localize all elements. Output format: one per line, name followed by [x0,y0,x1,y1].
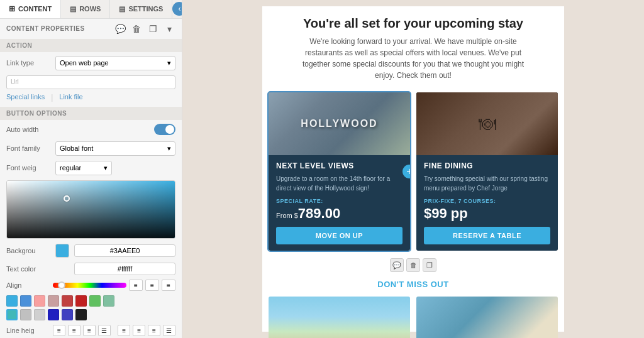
url-input-field[interactable]: Url [6,75,175,89]
font-family-select[interactable]: Global font ▾ [55,141,175,156]
email-subtext: We're looking forward to your arrival. W… [300,36,526,81]
add-element-button[interactable]: + [402,165,410,178]
more-icon-btn[interactable]: ▾ [163,23,175,35]
tab-rows[interactable]: ▤ ROWS [61,0,110,18]
bottom-card-2[interactable] [416,297,558,338]
ft-delete-button[interactable]: 🗑 [406,258,420,272]
align-left-button[interactable]: ≡ [129,280,143,291]
auto-width-row: Auto width [0,120,182,139]
text-format-left-button[interactable]: ≡ [118,325,130,336]
card-2-price-value: $99 pp [424,205,468,221]
bg-color-swatch[interactable] [55,244,69,258]
text-align-left-button[interactable]: ≡ [53,325,65,336]
card-1[interactable]: NEXT LEVEL VIEWS Upgrade to a room on th… [269,92,410,251]
auto-width-toggle[interactable] [154,124,175,135]
floating-toolbar: 💬 🗑 ❐ [262,256,564,276]
text-color-label: Text color [6,265,50,273]
preset-color-13[interactable] [62,309,73,320]
font-weight-row: Font weig regular ▾ [0,158,182,178]
card-1-image [269,92,410,155]
links-row: Special links | Link file [0,92,182,107]
ft-copy-button[interactable]: ❐ [423,258,436,272]
link-type-select[interactable]: Open web page ▾ [55,56,175,70]
preset-color-14[interactable] [75,309,87,320]
preset-color-2[interactable] [20,295,31,307]
text-align-right-button[interactable]: ≡ [83,325,96,336]
color-gradient[interactable] [7,181,175,239]
email-heading: You're all set for your upcoming stay [275,16,552,31]
card-1-body: NEXT LEVEL VIEWS Upgrade to a room on th… [269,155,410,251]
duplicate-icon-btn[interactable]: ❐ [147,23,159,35]
card-1-button[interactable]: MOVE ON UP [276,227,402,244]
link-type-row: Link type Open web page ▾ [0,52,182,74]
card-1-rate-label: SPECIAL RATE: [276,198,402,204]
top-tabs: ⊞ CONTENT ▤ ROWS ▤ SETTINGS ‹ 🖥 📱 [0,0,182,19]
card-1-price: From $789.00 [276,205,402,222]
url-input-row: Url [0,74,182,92]
dont-miss-out-link[interactable]: DON'T MISS OUT [377,280,448,289]
chevron-down-icon: ▾ [167,59,171,67]
email-content: You're all set for your upcoming stay We… [262,6,564,332]
special-links-link[interactable]: Special links [6,93,45,102]
text-format-justify-button[interactable]: ☰ [163,325,175,336]
rows-icon: ▤ [70,5,76,13]
preset-color-6[interactable] [75,295,87,307]
link-file-link[interactable]: Link file [59,93,82,102]
preset-color-11[interactable] [34,309,45,320]
bottom-card-1[interactable] [269,297,410,338]
text-format-center-button[interactable]: ≡ [133,325,145,336]
text-format-right-button[interactable]: ≡ [148,325,160,336]
bottom-cards-row [262,294,564,338]
url-prefix-label: Url [11,79,19,85]
bg-label: Backgrou [6,247,50,254]
link-type-value: Open web page [60,59,109,67]
card-2-button[interactable]: RESERVE A TABLE [424,227,550,244]
preset-color-4[interactable] [48,295,59,307]
preset-color-8[interactable] [103,295,114,307]
preset-colors [0,293,182,309]
preset-color-5[interactable] [62,295,73,307]
card-1-price-value: 789.00 [298,205,340,221]
dont-miss-out-section: DON'T MISS OUT [262,276,564,294]
text-align-center-button[interactable]: ≡ [68,325,80,336]
align-slider[interactable] [53,283,126,288]
content-props-header: CONTENT PROPERTIES 💬 🗑 ❐ ▾ [0,19,182,39]
auto-width-label: Auto width [6,126,50,133]
delete-icon-btn[interactable]: 🗑 [130,23,143,35]
left-panel: ⊞ CONTENT ▤ ROWS ▤ SETTINGS ‹ 🖥 📱 CONTEN… [0,0,182,338]
color-cursor [64,195,70,202]
card-2-description: Try something special with our spring ta… [424,174,550,193]
text-color-row: Text color [0,260,182,278]
card-2-image [416,92,558,155]
font-weight-select[interactable]: regular ▾ [55,161,112,175]
preset-color-10[interactable] [20,309,31,320]
align-label: Align [6,281,50,289]
card-2[interactable]: FINE DINING Try something special with o… [416,92,558,251]
card-2-rate-label: PRIX-FIXE, 7 COURSES: [424,198,550,204]
comment-icon-btn[interactable]: 💬 [114,23,126,35]
bg-hex-input[interactable] [74,244,175,257]
ft-comment-button[interactable]: 💬 [390,258,404,272]
font-weight-label: Font weig [6,164,50,172]
preset-color-1[interactable] [6,295,18,307]
color-picker-area[interactable] [6,180,175,239]
tab-content[interactable]: ⊞ CONTENT [0,0,61,18]
preset-color-7[interactable] [89,295,101,307]
tab-content-label: CONTENT [18,5,52,13]
nav-back-button[interactable]: ‹ [172,2,182,16]
align-right-button[interactable]: ≡ [162,280,175,291]
email-header: You're all set for your upcoming stay We… [262,6,564,87]
tab-rows-label: ROWS [79,5,101,13]
preset-color-12[interactable] [48,309,59,320]
text-hex-input[interactable] [74,263,175,275]
content-properties-title: CONTENT PROPERTIES [6,25,110,32]
preset-color-9[interactable] [6,309,18,320]
align-center-button[interactable]: ≡ [145,280,159,291]
tab-settings[interactable]: ▤ SETTINGS [110,0,172,18]
preset-color-3[interactable] [34,295,45,307]
card-1-description: Upgrade to a room on the 14th floor for … [276,174,402,193]
card-2-price: $99 pp [424,205,550,222]
align-slider-thumb [58,281,65,289]
url-text-input[interactable] [21,79,171,86]
text-align-justify-button[interactable]: ☰ [98,325,111,336]
